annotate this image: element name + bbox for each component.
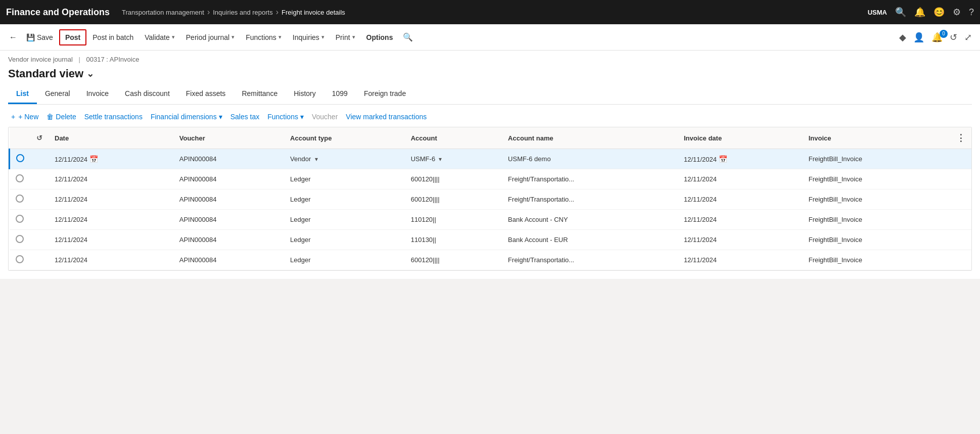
options-button[interactable]: Options [361, 30, 398, 44]
col-more: ⋮ [950, 127, 971, 149]
row-radio[interactable] [16, 154, 24, 162]
row-date: 12/11/2024 📅 [49, 149, 173, 169]
period-journal-button[interactable]: Period journal ▾ [181, 30, 240, 44]
notification-icon[interactable]: 🔔 [914, 7, 925, 18]
row-account-type: Vendor ▾ [284, 149, 405, 169]
row-select-cell [10, 210, 31, 230]
row-radio[interactable] [16, 215, 24, 223]
tab-fixed-assets[interactable]: Fixed assets [178, 84, 234, 104]
action-bar: ← 💾 Save Post Post in batch Validate ▾ P… [0, 24, 980, 51]
row-date: 12/11/2024 [49, 230, 173, 250]
row-voucher: APIN000084 [173, 230, 284, 250]
tab-general[interactable]: General [37, 84, 78, 104]
back-button[interactable]: ← [6, 30, 20, 45]
view-marked-transactions-button[interactable]: View marked transactions [343, 111, 430, 123]
table-row[interactable]: 12/11/2024APIN000084Ledger110120||Bank A… [10, 210, 972, 230]
row-radio[interactable] [16, 174, 24, 182]
col-invoice-date[interactable]: Invoice date [678, 127, 803, 149]
col-select [10, 127, 31, 149]
tab-cash-discount[interactable]: Cash discount [117, 84, 178, 104]
col-voucher[interactable]: Voucher [173, 127, 284, 149]
grid-functions-button[interactable]: Functions ▾ [264, 111, 307, 123]
save-icon: 💾 [26, 33, 35, 41]
row-account: 600120|||| [405, 189, 502, 210]
journal-type: Vendor invoice journal [8, 56, 73, 63]
header-refresh-icon[interactable]: ↺ [36, 134, 42, 142]
inquiries-button[interactable]: Inquiries ▾ [288, 30, 330, 44]
col-date[interactable]: Date [49, 127, 173, 149]
row-invoice-date: 12/11/2024 [678, 230, 803, 250]
profile-icon[interactable]: 👤 [911, 30, 926, 45]
row-account: 110130|| [405, 230, 502, 250]
table-row[interactable]: 12/11/2024APIN000084Ledger600120||||Frei… [10, 250, 972, 270]
settle-transactions-button[interactable]: Settle transactions [81, 111, 146, 123]
calendar-icon[interactable]: 📅 [87, 155, 98, 163]
notification-count: 0 [940, 30, 948, 38]
row-radio[interactable] [16, 255, 24, 263]
breadcrumb-freight[interactable]: Freight invoice details [282, 9, 345, 16]
delete-button[interactable]: 🗑 Delete [43, 111, 79, 123]
tab-history[interactable]: History [286, 84, 324, 104]
table-row[interactable]: 12/11/2024APIN000084Ledger600120||||Frei… [10, 169, 972, 189]
account-type-dropdown-icon[interactable]: ▾ [313, 156, 317, 163]
row-empty-cell [30, 149, 49, 169]
help-icon[interactable]: ? [969, 7, 974, 18]
table-row[interactable]: 12/11/2024APIN000084Ledger110130||Bank A… [10, 230, 972, 250]
save-button[interactable]: 💾 Save [21, 30, 58, 44]
row-select-cell [10, 189, 31, 210]
table-row[interactable]: 12/11/2024 📅APIN000084Vendor ▾USMF-6 ▾US… [10, 149, 972, 169]
search-bar-icon[interactable]: 🔍 [399, 30, 417, 44]
col-invoice[interactable]: Invoice [803, 127, 950, 149]
functions-chevron: ▾ [278, 34, 282, 40]
validate-button[interactable]: Validate ▾ [139, 30, 180, 44]
row-account: 600120|||| [405, 250, 502, 270]
functions-button[interactable]: Functions ▾ [241, 30, 287, 44]
notification-badge[interactable]: 🔔 0 [929, 32, 945, 43]
open-external-icon[interactable]: ⤢ [962, 30, 974, 45]
col-account-name[interactable]: Account name [502, 127, 678, 149]
print-chevron: ▾ [352, 34, 355, 40]
row-voucher: APIN000084 [173, 210, 284, 230]
row-radio[interactable] [16, 195, 24, 203]
refresh-icon[interactable]: ↺ [948, 30, 959, 45]
financial-dimensions-button[interactable]: Financial dimensions ▾ [148, 111, 225, 123]
row-account-type: Ledger [284, 230, 405, 250]
view-title[interactable]: Standard view ⌄ [8, 65, 972, 84]
validate-chevron: ▾ [172, 34, 175, 40]
journal-header: Vendor invoice journal | 00317 : APInvoi… [8, 51, 972, 65]
diamond-icon[interactable]: ◆ [897, 30, 908, 45]
table-row[interactable]: 12/11/2024APIN000084Ledger600120||||Frei… [10, 189, 972, 210]
tab-foreign-trade[interactable]: Foreign trade [356, 84, 414, 104]
row-invoice-date: 12/11/2024 📅 [678, 149, 803, 169]
settings-icon[interactable]: ⚙ [953, 7, 961, 18]
tab-list[interactable]: List [8, 84, 37, 104]
plus-icon: + [11, 113, 15, 121]
tab-remittance[interactable]: Remittance [234, 84, 286, 104]
print-button[interactable]: Print ▾ [331, 30, 360, 44]
row-voucher: APIN000084 [173, 189, 284, 210]
tab-1099[interactable]: 1099 [324, 84, 356, 104]
row-more [950, 169, 971, 189]
row-invoice: FreightBill_Invoice [803, 250, 950, 270]
tab-invoice[interactable]: Invoice [78, 84, 117, 104]
row-radio[interactable] [16, 235, 24, 243]
breadcrumb-inquiries[interactable]: Inquiries and reports [213, 9, 273, 16]
post-button[interactable]: Post [59, 29, 86, 45]
col-account-type[interactable]: Account type [284, 127, 405, 149]
row-select-cell [10, 250, 31, 270]
post-in-batch-button[interactable]: Post in batch [87, 30, 138, 44]
row-empty-cell [30, 189, 49, 210]
journal-id: 00317 : APInvoice [86, 56, 139, 63]
col-more-icon[interactable]: ⋮ [956, 133, 965, 143]
account-dropdown-icon[interactable]: ▾ [437, 156, 442, 163]
smiley-icon[interactable]: 😊 [934, 7, 945, 18]
sales-tax-button[interactable]: Sales tax [227, 111, 263, 123]
col-account[interactable]: Account [405, 127, 502, 149]
breadcrumb-transportation[interactable]: Transportation management [122, 9, 204, 16]
search-icon[interactable]: 🔍 [895, 7, 906, 18]
row-invoice-date: 12/11/2024 [678, 210, 803, 230]
row-date: 12/11/2024 [49, 169, 173, 189]
invoice-calendar-icon[interactable]: 📅 [717, 155, 727, 163]
row-account-type: Ledger [284, 210, 405, 230]
new-button[interactable]: + + New [8, 111, 41, 123]
